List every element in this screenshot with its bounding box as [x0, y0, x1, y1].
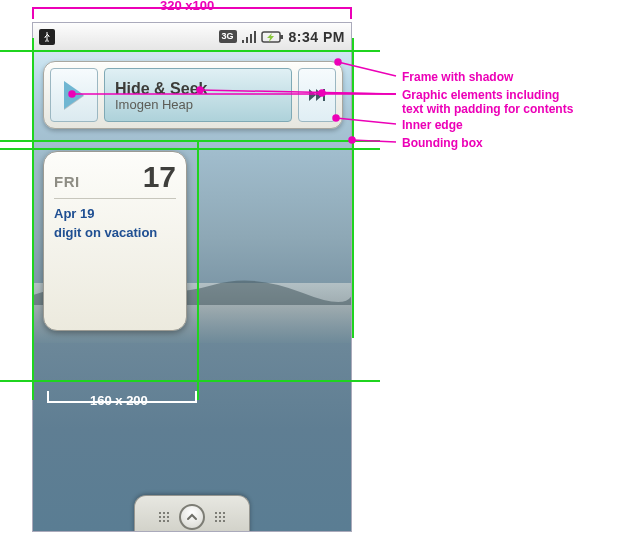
- guide-line: [197, 140, 199, 400]
- calendar-event-date: Apr 19: [54, 205, 176, 224]
- track-info[interactable]: Hide & Seek Imogen Heap: [104, 68, 292, 122]
- annotation-label-bounding: Bounding box: [402, 136, 483, 150]
- signal-icon: [241, 30, 257, 44]
- track-artist: Imogen Heap: [115, 97, 281, 112]
- chevron-up-icon: [186, 511, 198, 523]
- guide-line: [32, 140, 34, 400]
- track-title: Hide & Seek: [115, 80, 281, 98]
- calendar-day-abbr: FRI: [54, 173, 80, 190]
- annotation-label-graphics-2: text with padding for contents: [402, 102, 573, 116]
- launcher-button[interactable]: [179, 504, 205, 530]
- dimension-label-bottom: 160 x 200: [90, 393, 148, 408]
- guide-line: [0, 148, 380, 150]
- status-time: 8:34 PM: [289, 29, 345, 45]
- next-icon: [308, 88, 326, 102]
- status-bar: 3G 8:34 PM: [33, 23, 351, 51]
- svg-rect-2: [323, 89, 325, 101]
- svg-rect-1: [280, 35, 283, 39]
- grip-dots-right: [215, 512, 225, 522]
- guide-line: [0, 380, 380, 382]
- launcher-tab[interactable]: [134, 495, 250, 531]
- guide-line: [0, 140, 380, 142]
- calendar-event-title: digit on vacation: [54, 224, 176, 243]
- annotation-label-inner: Inner edge: [402, 118, 463, 132]
- wallpaper: Hide & Seek Imogen Heap FRI 17 Apr 19 d: [33, 51, 351, 531]
- usb-icon: [39, 29, 55, 45]
- calendar-day-number: 17: [143, 160, 176, 194]
- battery-icon: [261, 30, 285, 44]
- calendar-widget[interactable]: FRI 17 Apr 19 digit on vacation: [43, 151, 187, 331]
- annotation-label-graphics-1: Graphic elements including: [402, 88, 559, 102]
- music-widget[interactable]: Hide & Seek Imogen Heap: [43, 61, 343, 129]
- annotation-label-frame: Frame with shadow: [402, 70, 513, 84]
- phone-frame: 3G 8:34 PM Hide & Seek Imogen Heap: [32, 22, 352, 532]
- play-button[interactable]: [50, 68, 98, 122]
- play-icon: [64, 81, 84, 109]
- guide-line: [352, 38, 354, 338]
- network-3g-icon: 3G: [219, 30, 237, 43]
- next-button[interactable]: [298, 68, 336, 122]
- grip-dots-left: [159, 512, 169, 522]
- dimension-label-top: 320 x100: [160, 0, 214, 13]
- guide-line: [0, 50, 380, 52]
